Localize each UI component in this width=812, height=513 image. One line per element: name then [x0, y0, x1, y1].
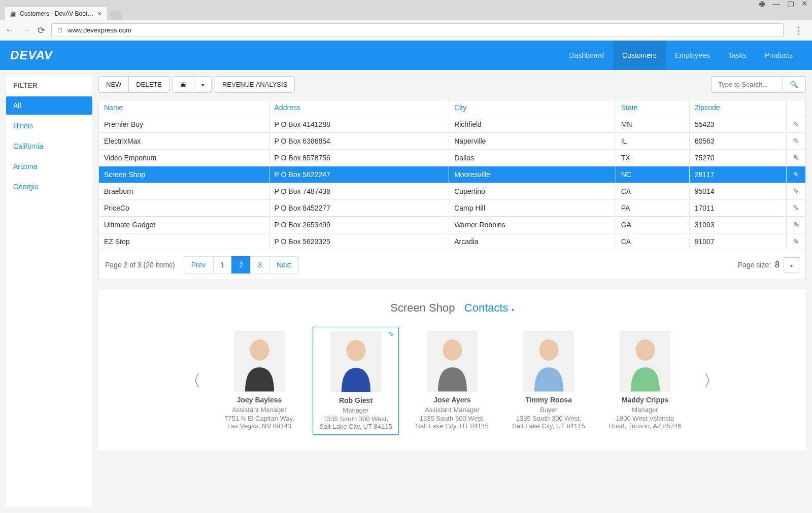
- forward-icon[interactable]: →: [21, 25, 30, 36]
- cell-city: Arcadia: [449, 233, 616, 250]
- cell-address: P O Box 8452277: [269, 200, 449, 217]
- pencil-icon: [793, 154, 799, 162]
- pencil-icon: [793, 170, 799, 179]
- window-minimize[interactable]: —: [772, 0, 780, 8]
- browser-top-bar: ◉ — ▢ ✕: [0, 0, 812, 5]
- table-row[interactable]: EZ StopP O Box 5623325ArcadiaCA91007: [99, 233, 806, 250]
- url-field[interactable]: 🗋 www.devexpress.com: [51, 23, 784, 37]
- page-2[interactable]: 2: [231, 256, 251, 273]
- table-row[interactable]: PriceCoP O Box 8452277Camp HillPA17011: [99, 200, 806, 217]
- table-row[interactable]: BraeburnP O Box 7487436CupertinoCA95014: [99, 183, 806, 200]
- contact-addr2: Salt Lake City, UT 84115: [510, 422, 588, 430]
- cell-zipcode: 75270: [689, 150, 786, 166]
- carousel-prev[interactable]: 〈: [180, 370, 206, 392]
- svg-point-1: [346, 340, 365, 361]
- nav-item-dashboard[interactable]: Dashboard: [560, 41, 614, 70]
- contact-card[interactable]: Maddy CrippsManager1800 West ValenciaRoa…: [602, 327, 688, 435]
- filter-item-california[interactable]: California: [6, 137, 92, 155]
- contact-addr2: Road, Tucson, AZ 85746: [606, 422, 684, 430]
- filter-item-georgia[interactable]: Georgia: [6, 178, 92, 196]
- avatar: [330, 331, 381, 392]
- edit-button[interactable]: [787, 200, 806, 217]
- edit-button[interactable]: [787, 233, 806, 250]
- tab-close-icon[interactable]: ×: [97, 10, 101, 18]
- pencil-icon[interactable]: [388, 330, 394, 338]
- nav-item-products[interactable]: Products: [756, 41, 802, 70]
- column-state[interactable]: State: [616, 99, 689, 116]
- edit-button[interactable]: [787, 166, 806, 183]
- edit-button[interactable]: [787, 183, 806, 200]
- nav-item-employees[interactable]: Employees: [666, 41, 719, 70]
- contact-card[interactable]: Jose AyersAssistant Manager1335 South 30…: [409, 327, 495, 435]
- cell-name: ElectrixMax: [99, 133, 269, 150]
- cell-state: IL: [616, 133, 689, 150]
- cell-address: P O Box 7487436: [269, 183, 449, 200]
- edit-button[interactable]: [787, 217, 806, 233]
- contact-card[interactable]: Rob GiestManager1335 South 300 West,Salt…: [313, 327, 399, 435]
- nav-item-tasks[interactable]: Tasks: [719, 41, 756, 70]
- cell-name: Video Emporium: [99, 150, 269, 166]
- table-row[interactable]: Ultimate GadgetP O Box 2653499Warner Rob…: [99, 217, 806, 233]
- filter-item-all[interactable]: All: [6, 96, 92, 115]
- browser-tab-active[interactable]: ▦ Customers - DevAV Boot… ×: [5, 7, 107, 20]
- contact-addr1: 7751 N El Capitan Way,: [220, 415, 298, 422]
- search-input[interactable]: [712, 76, 783, 93]
- column-zipcode[interactable]: Zipcode: [689, 99, 786, 116]
- column-city[interactable]: City: [449, 99, 616, 116]
- contact-card[interactable]: Joey BaylessAssistant Manager7751 N El C…: [216, 327, 302, 435]
- edit-button[interactable]: [787, 150, 806, 166]
- pencil-icon: [793, 137, 799, 145]
- search-icon: [790, 81, 798, 88]
- search-button[interactable]: [783, 76, 806, 93]
- customers-grid: NameAddressCityStateZipcode Premier BuyP…: [98, 99, 806, 250]
- pencil-icon: [793, 204, 799, 212]
- print-dropdown-button[interactable]: [194, 76, 212, 93]
- edit-button[interactable]: [787, 116, 806, 133]
- cell-address: P O Box 2653499: [269, 217, 449, 233]
- filter-item-illinois[interactable]: Illinois: [6, 117, 92, 135]
- contact-name: Joey Bayless: [220, 396, 298, 404]
- cell-city: Dallas: [449, 150, 616, 166]
- page-next[interactable]: Next: [269, 256, 299, 273]
- svg-point-0: [250, 339, 269, 361]
- nav-item-customers[interactable]: Customers: [613, 41, 666, 70]
- back-icon[interactable]: ←: [5, 25, 14, 36]
- cell-name: Braeburn: [99, 183, 269, 200]
- carousel-next[interactable]: 〉: [698, 370, 725, 392]
- revenue-analysis-button[interactable]: REVENUE ANALYSIS: [215, 76, 295, 93]
- browser-tab-row: ▦ Customers - DevAV Boot… ×: [0, 5, 812, 20]
- delete-button[interactable]: DELETE: [129, 76, 170, 93]
- avatar: [620, 331, 670, 392]
- table-row[interactable]: Premier BuyP O Box 4141288RichfieldMN554…: [99, 116, 806, 133]
- avatar: [523, 331, 574, 392]
- browser-menu-icon[interactable]: ⋮: [790, 25, 807, 36]
- page-1[interactable]: 1: [213, 256, 232, 273]
- page-size-dropdown[interactable]: [784, 257, 799, 272]
- cell-address: P O Box 5622247: [269, 166, 449, 183]
- detail-section-dropdown[interactable]: Contacts: [464, 301, 514, 314]
- main-nav: DashboardCustomersEmployeesTasksProducts: [560, 41, 802, 70]
- user-icon[interactable]: ◉: [759, 0, 765, 8]
- pencil-icon: [793, 187, 799, 195]
- cell-name: Screen Shop: [99, 166, 269, 183]
- window-close[interactable]: ✕: [801, 0, 808, 8]
- contact-addr1: 1335 South 300 West,: [413, 415, 491, 422]
- edit-button[interactable]: [787, 133, 806, 150]
- table-row[interactable]: Screen ShopP O Box 5622247MooresvilleNC2…: [99, 166, 806, 183]
- column-name[interactable]: Name: [99, 99, 269, 116]
- new-button[interactable]: NEW: [98, 76, 129, 93]
- column-address[interactable]: Address: [269, 99, 449, 116]
- new-tab-button[interactable]: [109, 11, 124, 20]
- table-row[interactable]: Video EmporiumP O Box 8578756DallasTX752…: [99, 150, 806, 166]
- contact-card[interactable]: Timmy RoosaBuyer1335 South 300 West,Salt…: [505, 327, 592, 435]
- cell-address: P O Box 4141288: [269, 116, 449, 133]
- filter-item-arizona[interactable]: Arizona: [6, 157, 92, 176]
- page-3[interactable]: 3: [250, 256, 269, 273]
- cell-state: CA: [616, 233, 689, 250]
- table-row[interactable]: ElectrixMaxP O Box 6386854NapervilleIL60…: [99, 133, 806, 150]
- page-prev[interactable]: Prev: [184, 256, 214, 273]
- printer-icon: [180, 81, 187, 88]
- window-maximize[interactable]: ▢: [787, 0, 794, 8]
- reload-icon[interactable]: ⟳: [38, 25, 45, 36]
- print-button[interactable]: [173, 76, 194, 93]
